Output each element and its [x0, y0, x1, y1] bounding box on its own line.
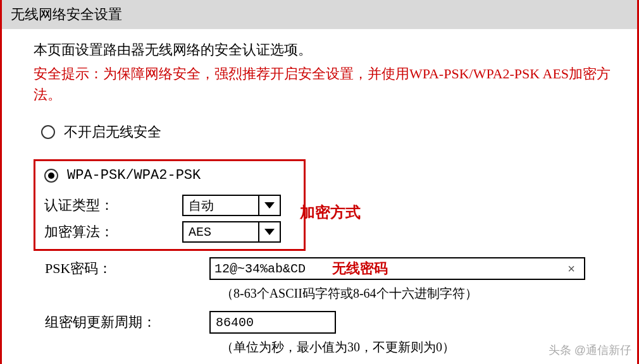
radio-wpa-psk[interactable] [44, 169, 58, 183]
psk-annotation: 无线密码 [317, 259, 559, 278]
clear-icon[interactable]: × [559, 262, 584, 276]
psk-input[interactable]: 12@~34%ab&CD [211, 260, 317, 277]
radio-disable-label: 不开启无线安全 [64, 123, 161, 142]
cipher-label: 加密算法： [44, 222, 182, 241]
watermark: 头条 @通信新仔 [549, 343, 631, 358]
radio-disable-security[interactable] [41, 125, 55, 139]
auth-type-label: 认证类型： [44, 196, 182, 215]
auth-type-value: 自动 [183, 196, 258, 215]
security-warning: 安全提示：为保障网络安全，强烈推荐开启安全设置，并使用WPA-PSK/WPA2-… [34, 63, 612, 105]
page-title: 无线网络安全设置 [2, 0, 637, 29]
cipher-value: AES [183, 222, 258, 241]
chevron-down-icon [258, 222, 280, 241]
svg-marker-1 [264, 229, 275, 235]
radio-wpa-label: WPA-PSK/WPA2-PSK [67, 167, 201, 183]
auth-type-select[interactable]: 自动 [182, 195, 281, 216]
psk-hint: （8-63个ASCII码字符或8-64个十六进制字符） [221, 285, 612, 302]
svg-marker-0 [264, 202, 275, 209]
rekey-label: 组密钥更新周期： [45, 313, 209, 332]
psk-label: PSK密码： [45, 259, 209, 278]
chevron-down-icon [258, 196, 280, 215]
cipher-select[interactable]: AES [182, 221, 281, 243]
rekey-input[interactable]: 86400 [209, 311, 336, 334]
cipher-annotation: 加密方式 [300, 202, 361, 222]
intro-text: 本页面设置路由器无线网络的安全认证选项。 [34, 40, 612, 59]
wpa-section-highlight: WPA-PSK/WPA2-PSK 认证类型： 自动 加密算法： AES [34, 159, 306, 251]
